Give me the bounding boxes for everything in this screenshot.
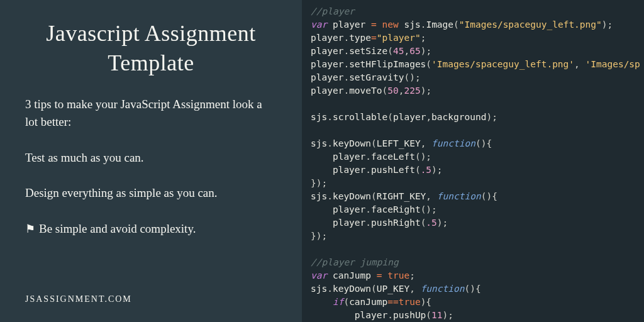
tip-1: Test as much as you can.: [25, 149, 277, 167]
tip-3-text: Be simple and avoid complexity.: [39, 222, 196, 235]
code-panel: //player var player = new sjs.Image("Ima…: [302, 0, 644, 322]
text-panel: Javascript Assignment Template 3 tips to…: [0, 0, 302, 322]
intro-text: 3 tips to make your JavaScript Assignmen…: [25, 96, 277, 131]
page-title: Javascript Assignment Template: [25, 19, 277, 78]
tip-2: Design everything as simple as you can.: [25, 184, 277, 203]
footer-url: JSASSIGNMENT.COM: [25, 294, 277, 309]
tip-3: ⚑Be simple and avoid complexity.: [25, 220, 277, 238]
flag-icon: ⚑: [25, 221, 35, 238]
